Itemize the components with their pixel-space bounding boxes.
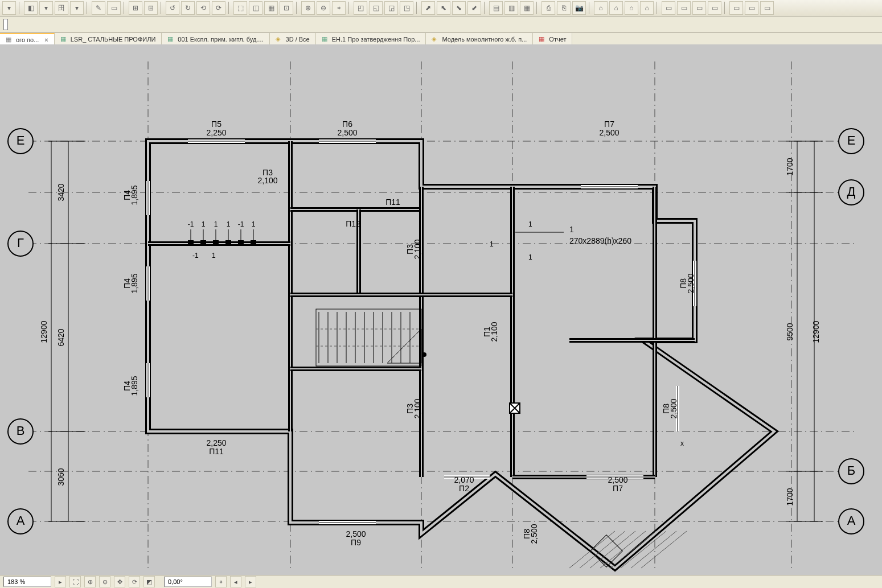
tab-icon: ▦ bbox=[6, 36, 14, 44]
toolbar-button[interactable]: ▦ bbox=[520, 1, 534, 15]
toolbar-button[interactable]: ⬊ bbox=[452, 1, 466, 15]
toolbar-button[interactable]: ⬋ bbox=[467, 1, 481, 15]
toolbar-button[interactable]: ▭ bbox=[708, 1, 721, 15]
toolbar-button[interactable]: ▾ bbox=[2, 1, 16, 15]
toolbar-button[interactable]: ⌂ bbox=[594, 1, 608, 15]
tab-icon: ▦ bbox=[167, 35, 175, 43]
tab-icon: ▦ bbox=[539, 35, 547, 43]
toolbar-button[interactable]: ▭ bbox=[729, 1, 743, 15]
snap-icon[interactable]: ◂ bbox=[230, 576, 241, 587]
svg-line-174 bbox=[590, 531, 635, 568]
toolbar-button[interactable]: ⬈ bbox=[421, 1, 435, 15]
svg-text:1: 1 bbox=[528, 253, 532, 261]
toolbar-button[interactable]: ↻ bbox=[181, 1, 195, 15]
document-tab[interactable]: ◈Модель монолитного ж.б. п... bbox=[426, 33, 533, 46]
toolbar-button[interactable]: ⬉ bbox=[437, 1, 450, 15]
svg-text:2,100: 2,100 bbox=[490, 322, 499, 342]
toolbar-button[interactable]: ◳ bbox=[400, 1, 413, 15]
zoom-in-icon[interactable]: ⊕ bbox=[84, 576, 96, 587]
svg-text:9500: 9500 bbox=[785, 323, 794, 340]
toolbar-button[interactable]: ⌖ bbox=[332, 1, 346, 15]
svg-text:Е: Е bbox=[847, 133, 856, 147]
document-tab[interactable]: ▦Отчет bbox=[533, 33, 572, 46]
view-icon[interactable]: ◩ bbox=[143, 576, 155, 587]
svg-text:2,500: 2,500 bbox=[530, 524, 539, 544]
toolbar-button[interactable]: ▾ bbox=[39, 1, 53, 15]
svg-rect-153 bbox=[213, 240, 219, 245]
command-prompt-bar bbox=[0, 17, 882, 33]
toolbar-button[interactable]: ⎙ bbox=[541, 1, 555, 15]
svg-text:-1: -1 bbox=[238, 220, 244, 228]
svg-rect-162 bbox=[251, 240, 256, 245]
toolbar-button[interactable]: ✎ bbox=[92, 1, 105, 15]
document-tab[interactable]: ▦LSR_ СТАЛЬНЫЕ ПРОФИЛИ bbox=[55, 33, 162, 46]
zoom-extents-icon[interactable]: ⛶ bbox=[69, 576, 81, 587]
svg-text:2,100: 2,100 bbox=[257, 176, 277, 185]
svg-text:-1: -1 bbox=[188, 220, 194, 228]
toolbar-button[interactable]: ⬚ bbox=[233, 1, 247, 15]
svg-text:П9: П9 bbox=[351, 538, 361, 547]
pan-icon[interactable]: ✥ bbox=[114, 576, 125, 587]
zoom-out-icon[interactable]: ⊖ bbox=[99, 576, 110, 587]
svg-text:А: А bbox=[17, 513, 25, 528]
toolbar-button[interactable]: ⟳ bbox=[212, 1, 225, 15]
svg-text:А: А bbox=[847, 513, 856, 528]
toolbar-button[interactable]: ▭ bbox=[107, 1, 121, 15]
svg-text:1: 1 bbox=[528, 220, 532, 228]
toolbar-button[interactable]: 田 bbox=[55, 1, 68, 15]
toolbar-button[interactable]: ▤ bbox=[489, 1, 503, 15]
toolbar-button[interactable]: ⊡ bbox=[280, 1, 293, 15]
drawing-canvas[interactable]: ЕГВАЕДБА12900342064203060129001700950017… bbox=[0, 44, 882, 575]
toolbar-button[interactable]: ▭ bbox=[745, 1, 758, 15]
toolbar-button[interactable]: ▾ bbox=[70, 1, 84, 15]
toolbar-button[interactable]: 📷 bbox=[572, 1, 586, 15]
toolbar-button[interactable]: ◰ bbox=[354, 1, 367, 15]
document-tab[interactable]: ▦001 Експл. прим. житл. буд.... bbox=[162, 33, 269, 46]
toolbar-button[interactable]: ⌂ bbox=[609, 1, 623, 15]
snap-icon[interactable]: ⌖ bbox=[215, 576, 227, 587]
svg-text:x: x bbox=[680, 439, 684, 447]
toolbar-button[interactable]: ⌂ bbox=[625, 1, 638, 15]
close-icon[interactable]: × bbox=[44, 36, 48, 43]
svg-text:Г: Г bbox=[17, 236, 24, 250]
toolbar-button[interactable]: ▦ bbox=[264, 1, 278, 15]
snap-icon[interactable]: ▸ bbox=[245, 576, 256, 587]
command-input[interactable] bbox=[3, 19, 8, 30]
document-tab[interactable]: ◈3D / Все bbox=[270, 33, 316, 46]
svg-text:1: 1 bbox=[252, 220, 256, 228]
toolbar-button[interactable]: ⌂ bbox=[640, 1, 654, 15]
toolbar-button[interactable]: ▭ bbox=[692, 1, 706, 15]
tab-label: Отчет bbox=[549, 36, 566, 43]
svg-text:Д: Д bbox=[847, 184, 856, 199]
toolbar-button[interactable]: ⟲ bbox=[196, 1, 210, 15]
svg-text:П7: П7 bbox=[604, 120, 614, 129]
toolbar-button[interactable]: ⊖ bbox=[317, 1, 330, 15]
svg-text:2,500: 2,500 bbox=[608, 475, 627, 484]
toolbar-button[interactable]: ◱ bbox=[369, 1, 383, 15]
tab-icon: ▦ bbox=[322, 35, 330, 43]
toolbar-button[interactable]: ◲ bbox=[384, 1, 398, 15]
toolbar-button[interactable]: ▭ bbox=[760, 1, 774, 15]
svg-text:1,895: 1,895 bbox=[130, 273, 139, 293]
toolbar-button[interactable]: ↺ bbox=[166, 1, 179, 15]
toolbar-button[interactable]: ⊟ bbox=[144, 1, 158, 15]
toolbar-button[interactable]: ◫ bbox=[249, 1, 262, 15]
tab-label: Модель монолитного ж.б. п... bbox=[442, 36, 527, 43]
orbit-icon[interactable]: ⟳ bbox=[129, 576, 140, 587]
toolbar-button[interactable]: ▭ bbox=[662, 1, 675, 15]
svg-text:2,100: 2,100 bbox=[413, 398, 422, 418]
svg-text:6420: 6420 bbox=[56, 328, 65, 346]
toolbar-button[interactable]: ⎘ bbox=[557, 1, 571, 15]
zoom-nav-button[interactable]: ▸ bbox=[55, 576, 66, 587]
svg-text:П5: П5 bbox=[211, 120, 221, 129]
toolbar-button[interactable]: ⊞ bbox=[129, 1, 142, 15]
svg-text:П6: П6 bbox=[342, 120, 352, 129]
document-tab[interactable]: ▦ого по...× bbox=[0, 33, 55, 46]
toolbar-button[interactable]: ▥ bbox=[504, 1, 518, 15]
toolbar-button[interactable]: ◧ bbox=[24, 1, 38, 15]
svg-text:2,500: 2,500 bbox=[346, 529, 366, 538]
svg-text:1700: 1700 bbox=[785, 158, 794, 175]
document-tab[interactable]: ▦ЕН.1 Про затвердження Пор... bbox=[316, 33, 426, 46]
toolbar-button[interactable]: ⊕ bbox=[301, 1, 315, 15]
toolbar-button[interactable]: ▭ bbox=[677, 1, 691, 15]
